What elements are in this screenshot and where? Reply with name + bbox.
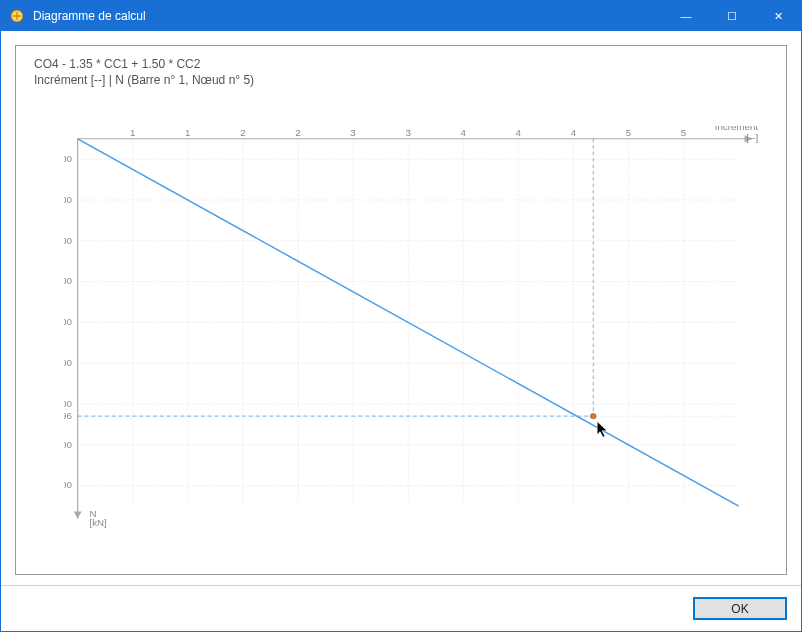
svg-text:-35.00: -35.00 <box>64 276 72 287</box>
svg-text:Incrément: Incrément <box>715 126 759 132</box>
svg-marker-46 <box>74 512 82 519</box>
chart-title-line2: Incrément [--] | N (Barre n° 1, Nœud n° … <box>34 72 768 88</box>
svg-text:4: 4 <box>571 127 576 138</box>
ok-button[interactable]: OK <box>693 597 787 620</box>
chart-titles: CO4 - 1.35 * CC1 + 1.50 * CC2 Incrément … <box>34 56 768 88</box>
maximize-button[interactable]: ☐ <box>709 1 755 31</box>
svg-text:-25.00: -25.00 <box>64 235 72 246</box>
client-area: CO4 - 1.35 * CC1 + 1.50 * CC2 Incrément … <box>1 31 801 631</box>
svg-point-54 <box>590 413 596 418</box>
svg-text:3: 3 <box>405 127 410 138</box>
svg-text:-67.96: -67.96 <box>64 410 72 421</box>
svg-text:4: 4 <box>516 127 521 138</box>
svg-text:3: 3 <box>350 127 355 138</box>
svg-text:5: 5 <box>681 127 686 138</box>
svg-text:5: 5 <box>626 127 631 138</box>
svg-text:-5.00: -5.00 <box>64 153 72 164</box>
dialog-window: Diagramme de calcul — ☐ ✕ CO4 - 1.35 * C… <box>0 0 802 632</box>
svg-text:2: 2 <box>240 127 245 138</box>
svg-text:-55.00: -55.00 <box>64 357 72 368</box>
window-title: Diagramme de calcul <box>33 9 663 23</box>
svg-text:1: 1 <box>185 127 190 138</box>
svg-text:-15.00: -15.00 <box>64 194 72 205</box>
plot-area: 11223344455-5.00-15.00-25.00-35.00-45.00… <box>64 126 768 528</box>
svg-text:-85.00: -85.00 <box>64 480 72 491</box>
chart-frame: CO4 - 1.35 * CC1 + 1.50 * CC2 Incrément … <box>15 45 787 575</box>
svg-text:1: 1 <box>130 127 135 138</box>
close-button[interactable]: ✕ <box>755 1 801 31</box>
window-buttons: — ☐ ✕ <box>663 1 801 31</box>
chart-title-line1: CO4 - 1.35 * CC1 + 1.50 * CC2 <box>34 56 768 72</box>
minimize-button[interactable]: — <box>663 1 709 31</box>
svg-text:4: 4 <box>461 127 466 138</box>
svg-text:-75.00: -75.00 <box>64 439 72 450</box>
svg-text:[--]: [--] <box>746 132 758 143</box>
svg-text:-45.00: -45.00 <box>64 316 72 327</box>
plot-svg: 11223344455-5.00-15.00-25.00-35.00-45.00… <box>64 126 768 528</box>
dialog-footer: OK <box>1 585 801 631</box>
svg-text:2: 2 <box>295 127 300 138</box>
svg-text:-65.00: -65.00 <box>64 398 72 409</box>
titlebar: Diagramme de calcul — ☐ ✕ <box>1 1 801 31</box>
app-icon <box>9 8 25 24</box>
svg-text:[kN]: [kN] <box>89 517 106 528</box>
